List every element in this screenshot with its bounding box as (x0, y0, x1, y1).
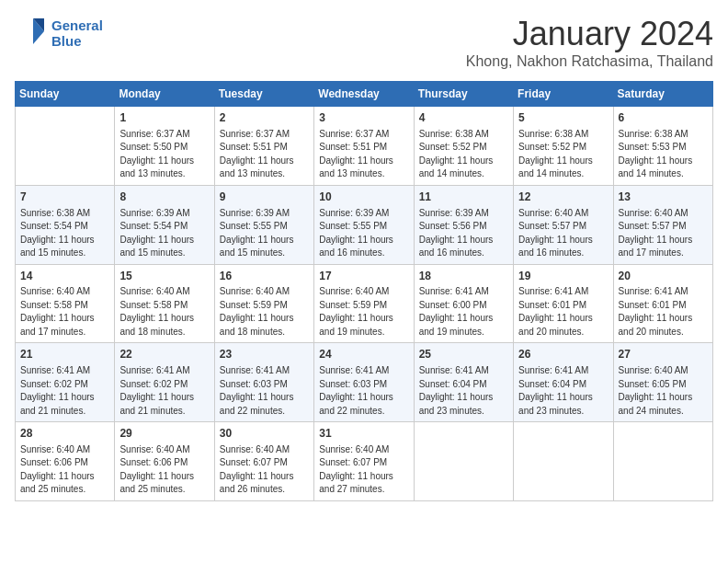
day-number: 16 (220, 269, 309, 284)
day-number: 3 (319, 110, 408, 126)
day-info: Sunrise: 6:39 AMSunset: 5:56 PMDaylight:… (419, 207, 508, 260)
day-number: 25 (419, 347, 508, 362)
day-number: 28 (20, 426, 109, 442)
calendar-cell: 22Sunrise: 6:41 AMSunset: 6:02 PMDayligh… (115, 343, 214, 422)
calendar-cell: 26Sunrise: 6:41 AMSunset: 6:04 PMDayligh… (514, 343, 613, 422)
calendar-table: SundayMondayTuesdayWednesdayThursdayFrid… (15, 81, 713, 501)
col-header-monday: Monday (115, 82, 214, 107)
day-number: 12 (518, 190, 608, 205)
calendar-cell: 13Sunrise: 6:40 AMSunset: 5:57 PMDayligh… (613, 185, 712, 264)
calendar-cell: 7Sunrise: 6:38 AMSunset: 5:54 PMDaylight… (16, 185, 115, 264)
page-header: General Blue January 2024 Khong, Nakhon … (15, 15, 713, 70)
day-number: 4 (419, 110, 508, 126)
calendar-week-row: 7Sunrise: 6:38 AMSunset: 5:54 PMDaylight… (16, 185, 713, 264)
day-number: 26 (518, 347, 608, 362)
day-number: 1 (119, 110, 209, 126)
calendar-cell (414, 422, 513, 501)
title-block: January 2024 Khong, Nakhon Ratchasima, T… (466, 15, 713, 70)
calendar-cell (16, 107, 115, 186)
col-header-friday: Friday (514, 82, 613, 107)
day-number: 2 (220, 110, 309, 126)
day-info: Sunrise: 6:40 AMSunset: 5:57 PMDaylight:… (518, 207, 608, 260)
month-title: January 2024 (466, 15, 713, 53)
day-number: 23 (220, 347, 309, 362)
col-header-thursday: Thursday (414, 82, 513, 107)
day-info: Sunrise: 6:38 AMSunset: 5:52 PMDaylight:… (419, 128, 508, 181)
day-info: Sunrise: 6:40 AMSunset: 6:05 PMDaylight:… (619, 364, 708, 418)
day-number: 27 (619, 347, 708, 362)
day-number: 11 (419, 190, 508, 205)
day-number: 13 (619, 190, 708, 205)
day-number: 9 (220, 190, 309, 205)
day-info: Sunrise: 6:37 AMSunset: 5:51 PMDaylight:… (220, 128, 309, 181)
day-number: 20 (619, 269, 708, 284)
day-info: Sunrise: 6:40 AMSunset: 5:58 PMDaylight:… (119, 285, 209, 339)
calendar-cell: 3Sunrise: 6:37 AMSunset: 5:51 PMDaylight… (314, 107, 414, 186)
day-info: Sunrise: 6:41 AMSunset: 6:04 PMDaylight:… (419, 364, 508, 418)
calendar-cell: 31Sunrise: 6:40 AMSunset: 6:07 PMDayligh… (314, 422, 414, 501)
calendar-cell: 25Sunrise: 6:41 AMSunset: 6:04 PMDayligh… (414, 343, 513, 422)
calendar-cell: 27Sunrise: 6:40 AMSunset: 6:05 PMDayligh… (613, 343, 712, 422)
day-number: 22 (119, 347, 209, 362)
day-number: 19 (518, 269, 608, 284)
col-header-saturday: Saturday (613, 82, 712, 107)
day-info: Sunrise: 6:41 AMSunset: 6:03 PMDaylight:… (220, 364, 309, 418)
calendar-cell: 4Sunrise: 6:38 AMSunset: 5:52 PMDaylight… (414, 107, 513, 186)
calendar-cell: 23Sunrise: 6:41 AMSunset: 6:03 PMDayligh… (214, 343, 313, 422)
logo: General Blue (15, 15, 103, 52)
calendar-cell: 29Sunrise: 6:40 AMSunset: 6:06 PMDayligh… (115, 422, 214, 501)
day-number: 30 (220, 426, 309, 442)
calendar-cell: 30Sunrise: 6:40 AMSunset: 6:07 PMDayligh… (214, 422, 313, 501)
calendar-cell: 28Sunrise: 6:40 AMSunset: 6:06 PMDayligh… (16, 422, 115, 501)
day-info: Sunrise: 6:38 AMSunset: 5:52 PMDaylight:… (518, 128, 608, 181)
day-info: Sunrise: 6:41 AMSunset: 6:00 PMDaylight:… (419, 285, 508, 339)
day-info: Sunrise: 6:40 AMSunset: 5:57 PMDaylight:… (619, 207, 708, 260)
calendar-cell: 20Sunrise: 6:41 AMSunset: 6:01 PMDayligh… (613, 264, 712, 343)
logo-icon (15, 15, 48, 48)
day-number: 29 (119, 426, 209, 442)
day-info: Sunrise: 6:41 AMSunset: 6:02 PMDaylight:… (20, 364, 109, 418)
logo-blue: General (51, 17, 103, 33)
calendar-cell: 5Sunrise: 6:38 AMSunset: 5:52 PMDaylight… (514, 107, 613, 186)
day-number: 24 (319, 347, 408, 362)
calendar-cell (514, 422, 613, 501)
day-number: 21 (20, 347, 109, 362)
day-info: Sunrise: 6:41 AMSunset: 6:01 PMDaylight:… (518, 285, 608, 339)
day-number: 8 (119, 190, 209, 205)
day-number: 18 (419, 269, 508, 284)
day-info: Sunrise: 6:40 AMSunset: 6:07 PMDaylight:… (319, 443, 408, 497)
calendar-cell: 9Sunrise: 6:39 AMSunset: 5:55 PMDaylight… (214, 185, 313, 264)
day-number: 14 (20, 269, 109, 284)
calendar-cell: 10Sunrise: 6:39 AMSunset: 5:55 PMDayligh… (314, 185, 414, 264)
calendar-week-row: 28Sunrise: 6:40 AMSunset: 6:06 PMDayligh… (16, 422, 713, 501)
day-number: 31 (319, 426, 408, 442)
day-info: Sunrise: 6:41 AMSunset: 6:04 PMDaylight:… (518, 364, 608, 418)
calendar-cell: 14Sunrise: 6:40 AMSunset: 5:58 PMDayligh… (16, 264, 115, 343)
day-info: Sunrise: 6:39 AMSunset: 5:55 PMDaylight:… (319, 207, 408, 260)
logo-text-line1: General (51, 17, 103, 33)
calendar-cell: 24Sunrise: 6:41 AMSunset: 6:03 PMDayligh… (314, 343, 414, 422)
calendar-cell (613, 422, 712, 501)
logo-text-line2: Blue (51, 33, 103, 49)
calendar-cell: 16Sunrise: 6:40 AMSunset: 5:59 PMDayligh… (214, 264, 313, 343)
day-number: 17 (319, 269, 408, 284)
calendar-cell: 19Sunrise: 6:41 AMSunset: 6:01 PMDayligh… (514, 264, 613, 343)
col-header-wednesday: Wednesday (314, 82, 414, 107)
location: Khong, Nakhon Ratchasima, Thailand (466, 53, 713, 70)
day-info: Sunrise: 6:41 AMSunset: 6:01 PMDaylight:… (619, 285, 708, 339)
calendar-header-row: SundayMondayTuesdayWednesdayThursdayFrid… (16, 82, 713, 107)
day-info: Sunrise: 6:41 AMSunset: 6:03 PMDaylight:… (319, 364, 408, 418)
day-info: Sunrise: 6:37 AMSunset: 5:50 PMDaylight:… (119, 128, 209, 181)
day-info: Sunrise: 6:40 AMSunset: 6:06 PMDaylight:… (119, 443, 209, 497)
col-header-tuesday: Tuesday (214, 82, 313, 107)
day-number: 7 (20, 190, 109, 205)
day-info: Sunrise: 6:40 AMSunset: 6:06 PMDaylight:… (20, 443, 109, 497)
calendar-cell: 17Sunrise: 6:40 AMSunset: 5:59 PMDayligh… (314, 264, 414, 343)
calendar-cell: 12Sunrise: 6:40 AMSunset: 5:57 PMDayligh… (514, 185, 613, 264)
day-info: Sunrise: 6:41 AMSunset: 6:02 PMDaylight:… (119, 364, 209, 418)
day-info: Sunrise: 6:37 AMSunset: 5:51 PMDaylight:… (319, 128, 408, 181)
calendar-week-row: 14Sunrise: 6:40 AMSunset: 5:58 PMDayligh… (16, 264, 713, 343)
day-info: Sunrise: 6:39 AMSunset: 5:55 PMDaylight:… (220, 207, 309, 260)
day-info: Sunrise: 6:40 AMSunset: 5:58 PMDaylight:… (20, 285, 109, 339)
calendar-week-row: 1Sunrise: 6:37 AMSunset: 5:50 PMDaylight… (16, 107, 713, 186)
